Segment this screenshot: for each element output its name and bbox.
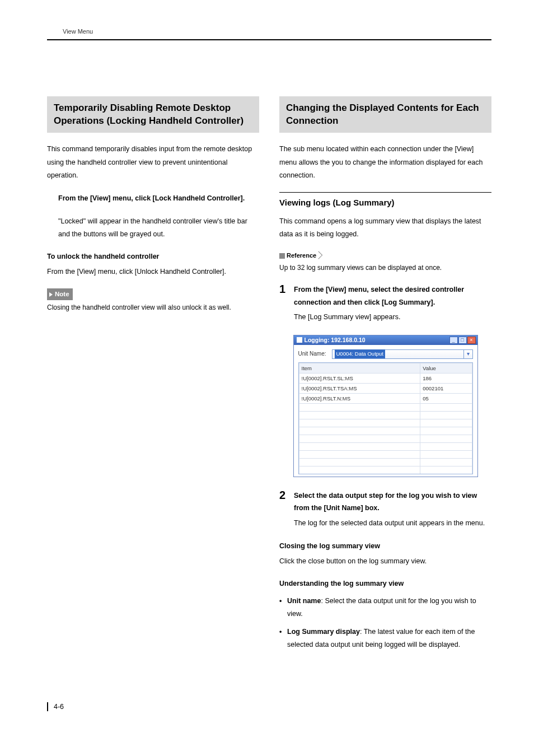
unit-name-value: U0004: Data Output	[335, 349, 386, 358]
section-title-change: Changing the Displayed Contents for Each…	[279, 96, 491, 133]
window-titlebar: Logging: 192.168.0.10 _ □ ×	[294, 335, 477, 345]
list-item: Unit name: Select the data output unit f…	[279, 595, 491, 620]
viewing-logs-intro: This command opens a log summary view th…	[279, 215, 491, 241]
close-button[interactable]: ×	[467, 337, 476, 344]
note-label: Note	[55, 289, 69, 299]
section-title-lock: Temporarily Disabling Remote Desktop Ope…	[47, 96, 259, 133]
closing-body: Click the close button on the log summar…	[279, 555, 491, 568]
subhead-viewing-logs: Viewing logs (Log Summary)	[279, 196, 491, 209]
step-2-body: The log for the selected data output uni…	[294, 517, 491, 530]
window-title: Logging: 192.168.0.10	[305, 335, 449, 345]
app-icon	[297, 337, 302, 343]
minimize-button[interactable]: _	[449, 337, 458, 344]
col-item: Item	[299, 363, 420, 373]
unlock-body: From the [View] menu, click [Unlock Hand…	[47, 265, 259, 278]
lock-intro: This command temporarily disables input …	[47, 143, 259, 181]
change-intro: The sub menu located within each connect…	[279, 143, 491, 181]
unlock-head: To unlock the handheld controller	[47, 251, 259, 262]
understand-head: Understanding the log summary view	[279, 578, 491, 589]
understand-list: Unit name: Select the data output unit f…	[279, 595, 491, 651]
note-badge: Note	[47, 288, 73, 300]
step-2-head: Select the data output step for the log …	[294, 489, 491, 515]
divider	[279, 192, 491, 193]
reference-label: Reference	[287, 251, 316, 261]
step-number: 1	[279, 283, 288, 326]
page-header: View Menu	[47, 27, 491, 40]
reference-text: Up to 32 log summary views can be displa…	[279, 263, 491, 273]
step-1-head: From the [View] menu, select the desired…	[294, 283, 491, 309]
step-2: 2 Select the data output step for the lo…	[279, 489, 491, 532]
page-number: 4-6	[54, 701, 64, 712]
unit-name-label: Unit Name:	[298, 349, 329, 358]
square-icon	[279, 253, 285, 259]
page-footer: 4-6	[47, 701, 491, 712]
chevron-down-icon[interactable]: ▾	[463, 350, 472, 358]
log-grid: Item Value !U[0002].RSLT.SL:MS 186 !U[00…	[298, 362, 473, 474]
table-row: !U[0002].RSLT.SL:MS 186	[299, 373, 472, 383]
closing-head: Closing the log summary view	[279, 540, 491, 552]
step-1-body: The [Log Summary view] appears.	[294, 311, 491, 324]
triangle-icon	[49, 292, 53, 297]
maximize-button[interactable]: □	[458, 337, 467, 344]
lock-instruction-body: "Locked" will appear in the handheld con…	[58, 215, 259, 241]
list-item: Log Summary display: The latest value fo…	[279, 626, 491, 651]
right-column: Changing the Displayed Contents for Each…	[279, 96, 491, 657]
log-summary-window: Logging: 192.168.0.10 _ □ × Unit Name: U…	[293, 335, 478, 477]
table-row: !U[0002].RSLT.N:MS 05	[299, 394, 472, 404]
lock-instruction-head: From the [View] menu, click [Lock Handhe…	[58, 192, 259, 205]
step-1: 1 From the [View] menu, select the desir…	[279, 283, 491, 326]
unit-name-select[interactable]: U0004: Data Output ▾	[332, 349, 473, 359]
col-value: Value	[420, 363, 472, 373]
note-text: Closing the handheld controller view wil…	[47, 302, 259, 313]
table-row: !U[0002].RSLT.TSA:MS 0002101	[299, 383, 472, 393]
step-number: 2	[279, 489, 288, 532]
left-column: Temporarily Disabling Remote Desktop Ope…	[47, 96, 259, 657]
reference-badge: Reference	[279, 251, 323, 261]
footer-mark-icon	[47, 702, 48, 711]
